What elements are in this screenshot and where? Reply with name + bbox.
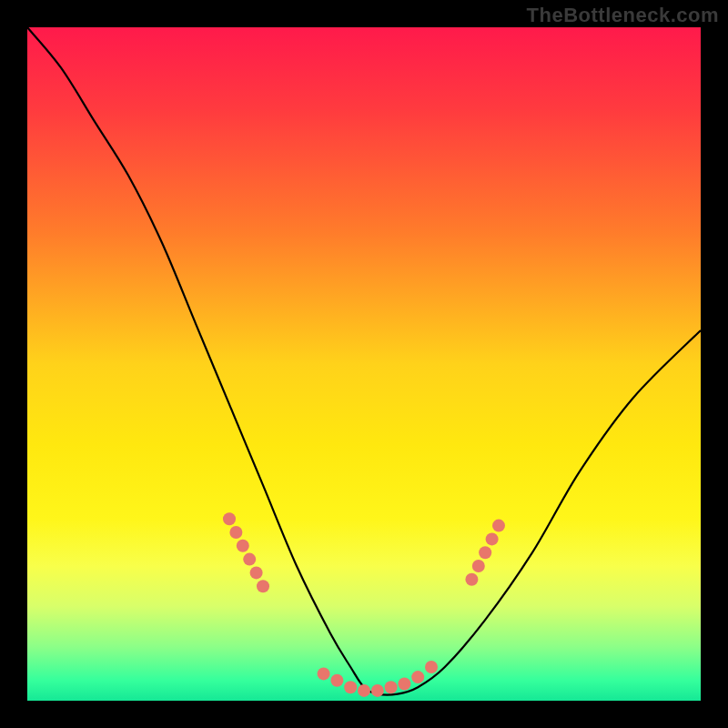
chart-frame: TheBottleneck.com (0, 0, 728, 728)
highlight-dot (257, 580, 269, 592)
highlight-dot (492, 520, 505, 532)
bottleneck-chart (0, 0, 728, 728)
highlight-dot (425, 661, 438, 673)
highlight-dot (344, 681, 357, 693)
highlight-dot (465, 573, 478, 586)
highlight-dot (411, 671, 424, 683)
highlight-dot (318, 667, 330, 680)
highlight-dot (371, 684, 384, 697)
highlight-dot (486, 532, 499, 545)
highlight-dot (243, 553, 256, 566)
highlight-dot (479, 546, 491, 559)
highlight-dot (398, 678, 410, 691)
highlight-dot (237, 540, 249, 552)
highlight-dot (472, 560, 485, 572)
highlight-dot (223, 512, 236, 525)
highlight-dot (330, 674, 343, 687)
highlight-dot (358, 684, 370, 697)
highlight-dot (229, 526, 242, 539)
highlight-dot (385, 681, 398, 693)
highlight-dot (250, 566, 263, 579)
gradient-background (27, 27, 701, 701)
